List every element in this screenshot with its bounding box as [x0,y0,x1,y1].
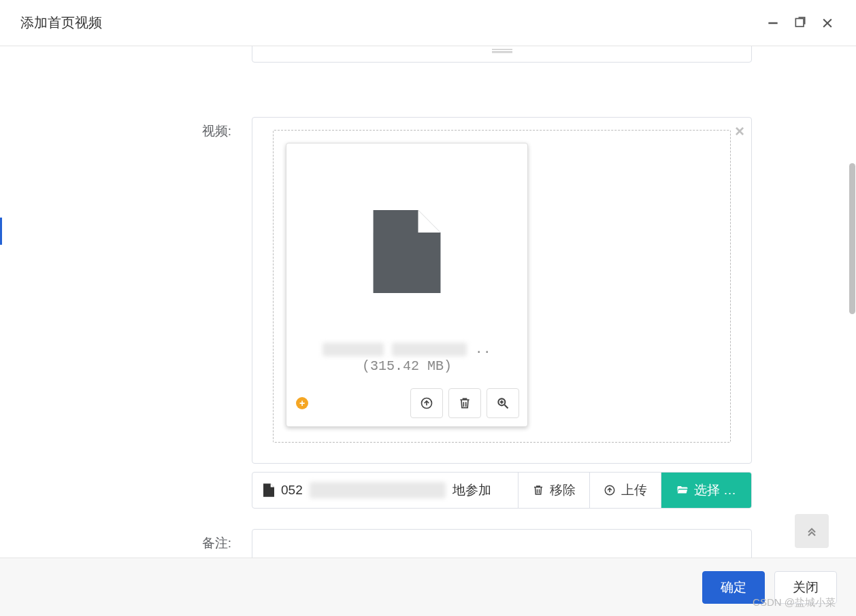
zoom-file-button[interactable] [487,388,519,418]
document-icon [263,483,274,497]
svg-rect-1 [795,18,804,27]
remove-button[interactable]: 移除 [518,473,590,508]
remove-label: 移除 [550,481,576,499]
file-toolbar: 052 地参加 移除 上传 选择 … [252,472,752,509]
select-label: 选择 … [694,481,736,499]
upload-icon [604,484,616,496]
remark-textarea[interactable] [252,529,752,558]
select-button[interactable]: 选择 … [661,473,751,508]
clear-upload-icon[interactable]: × [735,122,744,141]
close-icon[interactable] [818,14,837,33]
modal-body: 视频: × [0,46,856,558]
drag-handle-icon[interactable] [492,49,512,53]
drop-zone[interactable]: .. (315.42 MB) + [273,130,731,443]
file-card: .. (315.42 MB) + [286,143,528,427]
scrollbar-thumb[interactable] [849,163,855,314]
file-name: .. [295,342,519,357]
upload-label: 上传 [621,481,647,499]
remark-row: 备注: [14,529,842,558]
add-badge-icon[interactable]: + [296,397,308,409]
svg-line-6 [505,405,508,409]
upload-area: × .. [252,117,752,464]
modal-dialog: 添加首页视频 视频: × [0,0,856,616]
modal-footer: 确定 关闭 [0,558,856,616]
prev-field-row [14,46,842,69]
modal-header: 添加首页视频 [0,0,856,46]
remark-label: 备注: [14,529,252,552]
trash-icon [532,484,544,496]
video-row: 视频: × [14,117,842,509]
maximize-icon[interactable] [791,14,810,33]
file-thumbnail [295,157,519,293]
resizable-input[interactable] [252,46,752,63]
toolbar-filename: 052 地参加 [252,473,518,508]
filename-suffix: 地参加 [452,481,491,499]
scroll-top-button[interactable] [795,514,829,548]
file-icon [373,210,441,293]
prev-field-label [14,46,252,52]
vertical-scrollbar[interactable] [848,46,856,318]
delete-file-button[interactable] [448,388,481,418]
upload-button[interactable]: 上传 [590,473,661,508]
minimize-icon[interactable] [763,14,783,33]
modal-title: 添加首页视频 [20,14,755,32]
chevron-double-up-icon [805,524,819,538]
video-label: 视频: [14,117,252,140]
file-size: (315.42 MB) [295,358,519,374]
filename-prefix: 052 [281,483,303,498]
file-card-actions: + [295,388,519,418]
upload-file-button[interactable] [410,388,443,418]
folder-open-icon [676,484,689,496]
watermark: CSDN @盐城小菜 [753,596,836,609]
